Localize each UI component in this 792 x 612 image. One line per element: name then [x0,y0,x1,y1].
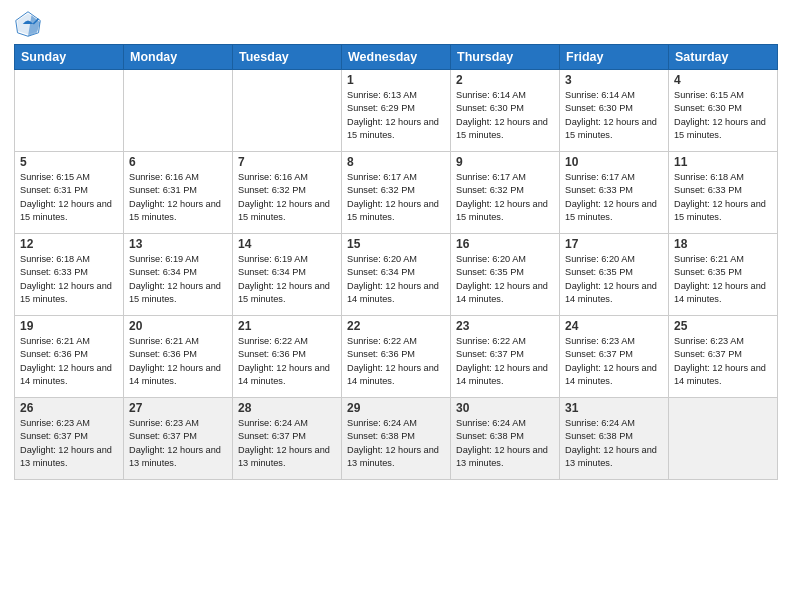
header [14,10,778,38]
weekday-header-wednesday: Wednesday [342,45,451,70]
calendar-table: SundayMondayTuesdayWednesdayThursdayFrid… [14,44,778,480]
day-info: Sunrise: 6:14 AM Sunset: 6:30 PM Dayligh… [565,89,663,142]
calendar-cell: 12Sunrise: 6:18 AM Sunset: 6:33 PM Dayli… [15,234,124,316]
calendar-cell: 23Sunrise: 6:22 AM Sunset: 6:37 PM Dayli… [451,316,560,398]
day-number: 31 [565,401,663,415]
day-info: Sunrise: 6:17 AM Sunset: 6:32 PM Dayligh… [456,171,554,224]
calendar-cell [669,398,778,480]
day-number: 20 [129,319,227,333]
day-number: 8 [347,155,445,169]
weekday-row: SundayMondayTuesdayWednesdayThursdayFrid… [15,45,778,70]
day-info: Sunrise: 6:22 AM Sunset: 6:36 PM Dayligh… [347,335,445,388]
calendar-cell: 15Sunrise: 6:20 AM Sunset: 6:34 PM Dayli… [342,234,451,316]
day-number: 27 [129,401,227,415]
calendar-cell [15,70,124,152]
calendar-cell: 31Sunrise: 6:24 AM Sunset: 6:38 PM Dayli… [560,398,669,480]
week-row-5: 26Sunrise: 6:23 AM Sunset: 6:37 PM Dayli… [15,398,778,480]
day-number: 22 [347,319,445,333]
calendar-cell: 4Sunrise: 6:15 AM Sunset: 6:30 PM Daylig… [669,70,778,152]
day-info: Sunrise: 6:20 AM Sunset: 6:35 PM Dayligh… [565,253,663,306]
calendar-cell: 1Sunrise: 6:13 AM Sunset: 6:29 PM Daylig… [342,70,451,152]
day-number: 13 [129,237,227,251]
calendar-cell: 25Sunrise: 6:23 AM Sunset: 6:37 PM Dayli… [669,316,778,398]
day-number: 10 [565,155,663,169]
calendar-cell: 18Sunrise: 6:21 AM Sunset: 6:35 PM Dayli… [669,234,778,316]
calendar-cell: 21Sunrise: 6:22 AM Sunset: 6:36 PM Dayli… [233,316,342,398]
calendar-cell: 29Sunrise: 6:24 AM Sunset: 6:38 PM Dayli… [342,398,451,480]
day-info: Sunrise: 6:24 AM Sunset: 6:38 PM Dayligh… [347,417,445,470]
calendar-cell: 22Sunrise: 6:22 AM Sunset: 6:36 PM Dayli… [342,316,451,398]
day-info: Sunrise: 6:23 AM Sunset: 6:37 PM Dayligh… [674,335,772,388]
day-number: 15 [347,237,445,251]
day-number: 25 [674,319,772,333]
day-info: Sunrise: 6:18 AM Sunset: 6:33 PM Dayligh… [674,171,772,224]
day-info: Sunrise: 6:23 AM Sunset: 6:37 PM Dayligh… [129,417,227,470]
calendar-cell [124,70,233,152]
calendar-cell: 28Sunrise: 6:24 AM Sunset: 6:37 PM Dayli… [233,398,342,480]
day-info: Sunrise: 6:20 AM Sunset: 6:35 PM Dayligh… [456,253,554,306]
day-info: Sunrise: 6:19 AM Sunset: 6:34 PM Dayligh… [129,253,227,306]
day-number: 30 [456,401,554,415]
day-number: 16 [456,237,554,251]
day-number: 6 [129,155,227,169]
day-number: 23 [456,319,554,333]
calendar-cell: 19Sunrise: 6:21 AM Sunset: 6:36 PM Dayli… [15,316,124,398]
day-number: 5 [20,155,118,169]
weekday-header-sunday: Sunday [15,45,124,70]
weekday-header-tuesday: Tuesday [233,45,342,70]
calendar-body: 1Sunrise: 6:13 AM Sunset: 6:29 PM Daylig… [15,70,778,480]
day-number: 14 [238,237,336,251]
calendar-cell: 10Sunrise: 6:17 AM Sunset: 6:33 PM Dayli… [560,152,669,234]
calendar-cell: 27Sunrise: 6:23 AM Sunset: 6:37 PM Dayli… [124,398,233,480]
calendar-cell: 26Sunrise: 6:23 AM Sunset: 6:37 PM Dayli… [15,398,124,480]
calendar-cell: 11Sunrise: 6:18 AM Sunset: 6:33 PM Dayli… [669,152,778,234]
day-number: 3 [565,73,663,87]
calendar-cell: 13Sunrise: 6:19 AM Sunset: 6:34 PM Dayli… [124,234,233,316]
weekday-header-monday: Monday [124,45,233,70]
calendar-cell: 3Sunrise: 6:14 AM Sunset: 6:30 PM Daylig… [560,70,669,152]
day-number: 26 [20,401,118,415]
day-info: Sunrise: 6:18 AM Sunset: 6:33 PM Dayligh… [20,253,118,306]
calendar-cell: 5Sunrise: 6:15 AM Sunset: 6:31 PM Daylig… [15,152,124,234]
calendar-cell: 14Sunrise: 6:19 AM Sunset: 6:34 PM Dayli… [233,234,342,316]
day-info: Sunrise: 6:20 AM Sunset: 6:34 PM Dayligh… [347,253,445,306]
day-info: Sunrise: 6:24 AM Sunset: 6:38 PM Dayligh… [565,417,663,470]
calendar-cell: 7Sunrise: 6:16 AM Sunset: 6:32 PM Daylig… [233,152,342,234]
calendar-cell: 17Sunrise: 6:20 AM Sunset: 6:35 PM Dayli… [560,234,669,316]
day-info: Sunrise: 6:22 AM Sunset: 6:36 PM Dayligh… [238,335,336,388]
day-number: 18 [674,237,772,251]
day-info: Sunrise: 6:17 AM Sunset: 6:32 PM Dayligh… [347,171,445,224]
day-info: Sunrise: 6:21 AM Sunset: 6:36 PM Dayligh… [20,335,118,388]
week-row-4: 19Sunrise: 6:21 AM Sunset: 6:36 PM Dayli… [15,316,778,398]
day-info: Sunrise: 6:22 AM Sunset: 6:37 PM Dayligh… [456,335,554,388]
calendar-cell: 9Sunrise: 6:17 AM Sunset: 6:32 PM Daylig… [451,152,560,234]
day-number: 1 [347,73,445,87]
day-info: Sunrise: 6:17 AM Sunset: 6:33 PM Dayligh… [565,171,663,224]
day-number: 24 [565,319,663,333]
calendar-cell: 2Sunrise: 6:14 AM Sunset: 6:30 PM Daylig… [451,70,560,152]
day-info: Sunrise: 6:15 AM Sunset: 6:30 PM Dayligh… [674,89,772,142]
weekday-header-friday: Friday [560,45,669,70]
day-info: Sunrise: 6:15 AM Sunset: 6:31 PM Dayligh… [20,171,118,224]
day-info: Sunrise: 6:14 AM Sunset: 6:30 PM Dayligh… [456,89,554,142]
logo [14,10,46,38]
day-number: 29 [347,401,445,415]
day-number: 19 [20,319,118,333]
day-number: 4 [674,73,772,87]
day-info: Sunrise: 6:19 AM Sunset: 6:34 PM Dayligh… [238,253,336,306]
calendar-cell: 24Sunrise: 6:23 AM Sunset: 6:37 PM Dayli… [560,316,669,398]
week-row-1: 1Sunrise: 6:13 AM Sunset: 6:29 PM Daylig… [15,70,778,152]
calendar-cell: 8Sunrise: 6:17 AM Sunset: 6:32 PM Daylig… [342,152,451,234]
calendar-cell: 6Sunrise: 6:16 AM Sunset: 6:31 PM Daylig… [124,152,233,234]
calendar-cell: 20Sunrise: 6:21 AM Sunset: 6:36 PM Dayli… [124,316,233,398]
day-number: 21 [238,319,336,333]
page: SundayMondayTuesdayWednesdayThursdayFrid… [0,0,792,612]
week-row-3: 12Sunrise: 6:18 AM Sunset: 6:33 PM Dayli… [15,234,778,316]
day-info: Sunrise: 6:24 AM Sunset: 6:38 PM Dayligh… [456,417,554,470]
day-info: Sunrise: 6:23 AM Sunset: 6:37 PM Dayligh… [20,417,118,470]
day-info: Sunrise: 6:21 AM Sunset: 6:36 PM Dayligh… [129,335,227,388]
calendar-cell: 30Sunrise: 6:24 AM Sunset: 6:38 PM Dayli… [451,398,560,480]
day-info: Sunrise: 6:16 AM Sunset: 6:32 PM Dayligh… [238,171,336,224]
day-info: Sunrise: 6:21 AM Sunset: 6:35 PM Dayligh… [674,253,772,306]
weekday-header-saturday: Saturday [669,45,778,70]
